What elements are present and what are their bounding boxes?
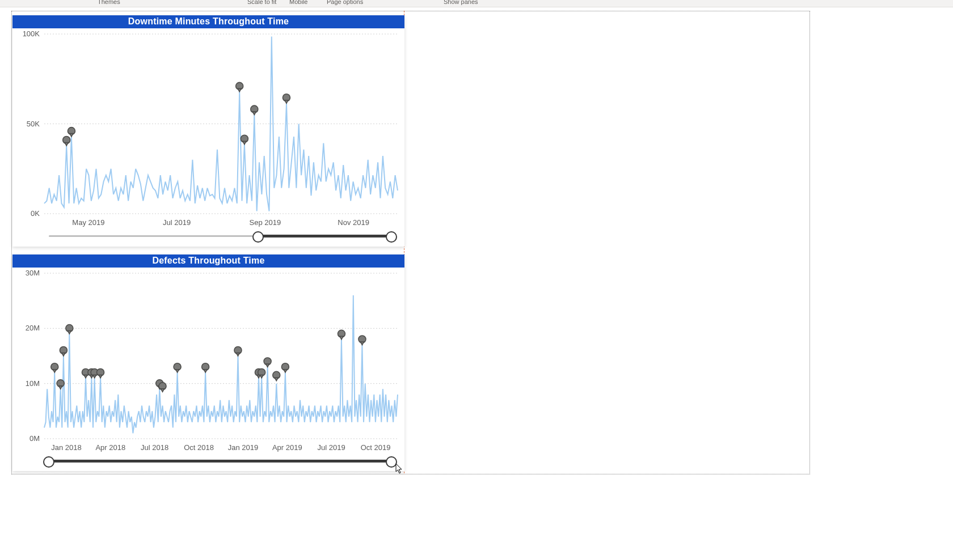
ribbon: Themes Scale to fit Mobile Page options … xyxy=(0,0,953,7)
anomaly-marker[interactable] xyxy=(51,363,58,373)
downtime-chart-visual[interactable]: Downtime Minutes Throughout Time 0K50K10… xyxy=(12,15,404,247)
slider-handle-start[interactable] xyxy=(252,231,264,243)
anomaly-marker[interactable] xyxy=(236,82,243,92)
chart-title: Defects Throughout Time xyxy=(12,254,404,268)
anomaly-marker[interactable] xyxy=(60,347,67,357)
svg-text:Apr 2018: Apr 2018 xyxy=(95,443,125,452)
chart-plot-area[interactable]: 0K50K100KMay 2019Jul 2019Sep 2019Nov 201… xyxy=(12,28,404,230)
anomaly-marker[interactable] xyxy=(66,325,73,334)
anomaly-marker[interactable] xyxy=(63,136,70,146)
chart-plot-area[interactable]: 0M10M20M30MJan 2018Apr 2018Jul 2018Oct 2… xyxy=(12,268,404,455)
svg-text:Jul 2019: Jul 2019 xyxy=(318,443,345,452)
ribbon-page-options[interactable]: Page options xyxy=(327,0,363,5)
slider-handle-end[interactable] xyxy=(386,231,397,243)
time-range-slider[interactable] xyxy=(18,455,399,468)
svg-text:0M: 0M xyxy=(29,434,40,443)
anomaly-marker[interactable] xyxy=(281,363,289,373)
slider-selected-range[interactable] xyxy=(49,460,391,463)
slider-selected-range[interactable] xyxy=(258,235,391,237)
anomaly-marker[interactable] xyxy=(251,105,258,115)
svg-text:Oct 2018: Oct 2018 xyxy=(184,443,214,452)
svg-text:100K: 100K xyxy=(23,29,40,38)
slider-handle-start[interactable] xyxy=(43,456,54,468)
chart-title: Downtime Minutes Throughout Time xyxy=(12,15,404,28)
anomaly-marker[interactable] xyxy=(359,336,366,345)
ribbon-scale-to-fit[interactable]: Scale to fit xyxy=(247,0,276,5)
svg-text:Jul 2018: Jul 2018 xyxy=(141,443,168,452)
svg-text:Jul 2019: Jul 2019 xyxy=(163,218,191,227)
svg-text:Jan 2019: Jan 2019 xyxy=(228,443,259,452)
anomaly-marker[interactable] xyxy=(241,135,248,145)
report-canvas[interactable]: Downtime Minutes Throughout Time 0K50K10… xyxy=(0,7,953,560)
svg-text:Oct 2019: Oct 2019 xyxy=(361,443,391,452)
anomaly-marker[interactable] xyxy=(273,371,280,381)
anomaly-marker[interactable] xyxy=(68,128,75,137)
ribbon-mobile[interactable]: Mobile xyxy=(289,0,307,5)
svg-text:50K: 50K xyxy=(27,120,40,128)
slider-handle-end[interactable] xyxy=(386,456,397,468)
svg-text:May 2019: May 2019 xyxy=(72,218,104,227)
anomaly-marker[interactable] xyxy=(234,347,242,357)
svg-text:Apr 2019: Apr 2019 xyxy=(272,443,302,452)
anomaly-marker[interactable] xyxy=(97,368,104,378)
anomaly-marker[interactable] xyxy=(174,363,181,373)
svg-text:20M: 20M xyxy=(26,324,40,332)
anomaly-marker[interactable] xyxy=(264,358,271,367)
defects-chart-visual[interactable]: Defects Throughout Time 0M10M20M30MJan 2… xyxy=(12,254,404,471)
svg-text:0K: 0K xyxy=(31,209,40,218)
anomaly-marker[interactable] xyxy=(202,363,209,373)
time-range-slider[interactable] xyxy=(18,230,399,243)
svg-text:30M: 30M xyxy=(26,269,40,277)
svg-text:10M: 10M xyxy=(26,379,40,388)
anomaly-marker[interactable] xyxy=(282,94,290,104)
svg-text:Sep 2019: Sep 2019 xyxy=(250,218,281,227)
svg-text:Nov 2019: Nov 2019 xyxy=(338,218,369,227)
ribbon-show-panes[interactable]: Show panes xyxy=(444,0,478,5)
anomaly-marker[interactable] xyxy=(338,330,345,340)
ribbon-themes[interactable]: Themes xyxy=(98,0,120,5)
svg-text:Jan 2018: Jan 2018 xyxy=(51,443,82,452)
